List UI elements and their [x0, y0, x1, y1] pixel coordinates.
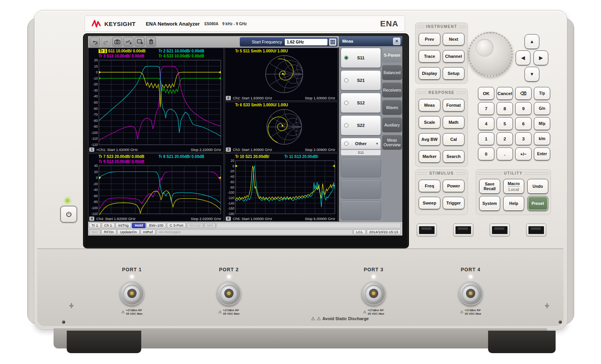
- button-preset[interactable]: Preset: [527, 196, 548, 211]
- button-setup[interactable]: Setup: [443, 67, 464, 80]
- key-4[interactable]: 4: [478, 117, 494, 130]
- button-cal[interactable]: Cal: [443, 133, 464, 146]
- button-math[interactable]: Math: [443, 116, 464, 128]
- key-cancel[interactable]: Cancel: [497, 87, 513, 100]
- tab-waves[interactable]: Waves: [382, 100, 402, 115]
- tab-s-param[interactable]: S-Param: [382, 48, 402, 62]
- button-freq[interactable]: Freq: [419, 180, 440, 192]
- key-t-p[interactable]: T/p: [534, 87, 550, 100]
- trace-label[interactable]: Tr 11 S13 20.00dB/: [284, 154, 334, 159]
- status-inttrig[interactable]: IntTrig: [116, 223, 132, 228]
- channel-window-4[interactable]: Tr 7 S23 20.00dB/ 0.00dBTr 8 S21 20.00dB…: [88, 153, 224, 222]
- key-9[interactable]: 9: [515, 102, 532, 115]
- redo-icon[interactable]: [101, 37, 111, 47]
- channel-window-3[interactable]: Tr 6 S33 Smith 1.000U/ 1.00U3Ch3: Start …: [225, 102, 338, 153]
- trace-label[interactable]: Tr 8 S21 20.00dB/ 0.00dB: [159, 154, 219, 159]
- trace-label[interactable]: Tr 2 S21 10.00dB/ 0.00dB: [159, 49, 219, 54]
- status-bw-100[interactable]: BW=100: [146, 223, 166, 228]
- delete-icon[interactable]: [146, 37, 156, 47]
- key-ok[interactable]: OK: [478, 87, 494, 100]
- button-search[interactable]: Search: [443, 150, 464, 163]
- key-enter[interactable]: Enter: [534, 147, 550, 160]
- key-[interactable]: ⌫: [515, 87, 532, 100]
- start-frequency-input[interactable]: 1.62 GHz: [285, 39, 327, 45]
- tab-receivers[interactable]: Receivers: [382, 83, 402, 97]
- softkey-other[interactable]: Other▾: [341, 138, 381, 149]
- status-intref[interactable]: IntRef: [140, 229, 156, 235]
- status-svc[interactable]: Svc: [89, 229, 100, 235]
- arrow-right-button[interactable]: ▶: [533, 50, 548, 65]
- key-0[interactable]: 0: [478, 147, 494, 160]
- softkey-s22[interactable]: S22: [341, 115, 381, 135]
- tab-auxiliary[interactable]: Auxiliary: [382, 118, 402, 132]
- trace-label[interactable]: Tr 3 S13 10.00dB/ 0.00dB: [99, 54, 159, 59]
- key-7[interactable]: 7: [478, 102, 494, 115]
- button-display[interactable]: Display: [419, 67, 440, 80]
- button-help[interactable]: Help: [503, 196, 524, 211]
- key-5[interactable]: 5: [497, 117, 513, 130]
- status-hold[interactable]: Hold: [132, 223, 145, 228]
- status-c-3-port[interactable]: C 3-Port: [167, 223, 186, 228]
- button-channel[interactable]: Channel: [443, 50, 464, 62]
- tab-meas-overview[interactable]: Meas Overview: [382, 135, 402, 150]
- close-icon[interactable]: ×: [393, 38, 400, 45]
- button-scale[interactable]: Scale: [419, 116, 440, 128]
- button-meas[interactable]: Meas: [419, 99, 440, 111]
- button-sweep[interactable]: Sweep: [419, 197, 440, 209]
- button-system[interactable]: System: [479, 196, 500, 211]
- key-k-m[interactable]: k/m: [534, 132, 550, 145]
- arrow-down-button[interactable]: ▼: [525, 67, 539, 81]
- button-marker[interactable]: Marker: [419, 150, 440, 163]
- button-prev[interactable]: Prev: [419, 33, 440, 45]
- key-decimal[interactable]: .: [497, 147, 513, 160]
- trace-label[interactable]: Tr 1 S11 10.00dB/ 0.00dB: [99, 49, 159, 54]
- softkey-s21[interactable]: S21: [341, 70, 381, 90]
- button-format[interactable]: Format: [443, 99, 464, 111]
- status-tr-1[interactable]: Tr 1: [89, 223, 101, 228]
- button-trace[interactable]: Trace: [419, 50, 440, 62]
- rotary-knob[interactable]: [468, 32, 513, 77]
- button-save-recall[interactable]: SaveRecall: [479, 179, 500, 194]
- key-8[interactable]: 8: [497, 102, 513, 115]
- status-srccal[interactable]: SrcCal: [187, 223, 203, 228]
- keypad-icon[interactable]: [329, 38, 336, 46]
- key-6[interactable]: 6: [515, 117, 532, 130]
- trace-label[interactable]: Tr 7 S23 20.00dB/ 0.00dB: [99, 154, 159, 159]
- channel-window-5[interactable]: Tr 10 S21 20.00dB/Tr 11 S13 20.00dB/200-…: [225, 153, 338, 222]
- ena-network-analyzer: KEYSIGHT ENA Network Analyzer E5080A 9 k…: [0, 0, 601, 364]
- undo-icon[interactable]: [90, 37, 100, 47]
- trace-label[interactable]: Tr 6 S33 Smith 1.000U/ 1.00U: [235, 102, 284, 107]
- tab-balanced[interactable]: Balanced: [382, 65, 402, 80]
- key-3[interactable]: 3: [515, 132, 532, 145]
- status-updateon[interactable]: UpdateOn: [117, 229, 139, 235]
- trace-label[interactable]: Tr 4 S33 10.00dB/ 0.00dB: [159, 54, 219, 59]
- status-sim[interactable]: Sim: [204, 223, 216, 228]
- softkey-s11[interactable]: S11: [341, 48, 381, 68]
- key-m[interactable]: M/µ: [534, 117, 550, 130]
- arrow-up-button[interactable]: ▲: [525, 34, 539, 49]
- button-avg-bw[interactable]: Avg BW: [419, 133, 440, 146]
- button-next[interactable]: Next: [443, 33, 464, 45]
- button-trigger[interactable]: Trigger: [443, 197, 464, 209]
- channel-window-2[interactable]: Tr 5 S11 Smith 1.000U/ 1.00U2Ch2: Start …: [225, 48, 338, 101]
- softkey-s12[interactable]: S12: [341, 93, 381, 113]
- status-rfon[interactable]: RFOn: [101, 229, 116, 235]
- add-trace-icon[interactable]: [123, 37, 133, 47]
- arrow-left-button[interactable]: ◀: [516, 50, 530, 65]
- screenshot-icon[interactable]: [112, 37, 122, 47]
- key-g-n[interactable]: G/n: [534, 102, 550, 115]
- key-1[interactable]: 1: [478, 132, 494, 145]
- button-undo[interactable]: Undo: [527, 179, 548, 194]
- trace-label[interactable]: Tr 5 S11 Smith 1.000U/ 1.00U: [235, 49, 284, 54]
- key-[interactable]: +/−: [515, 147, 532, 160]
- add-channel-icon[interactable]: [135, 37, 145, 47]
- button-macro-local[interactable]: MacroLocal: [503, 179, 524, 194]
- channel-window-1[interactable]: Tr 1 S11 10.00dB/ 0.00dBTr 2 S21 10.00dB…: [88, 48, 224, 153]
- trace-label[interactable]: Tr 9 S13 20.00dB/ 0.00dB: [99, 159, 159, 164]
- power-button[interactable]: [60, 206, 77, 223]
- port-label: PORT 3: [364, 267, 383, 272]
- button-power[interactable]: Power: [443, 180, 464, 192]
- trace-label[interactable]: Tr 10 S21 20.00dB/: [235, 154, 284, 159]
- key-2[interactable]: 2: [497, 132, 513, 145]
- status-ch-1[interactable]: Ch 1: [102, 223, 115, 228]
